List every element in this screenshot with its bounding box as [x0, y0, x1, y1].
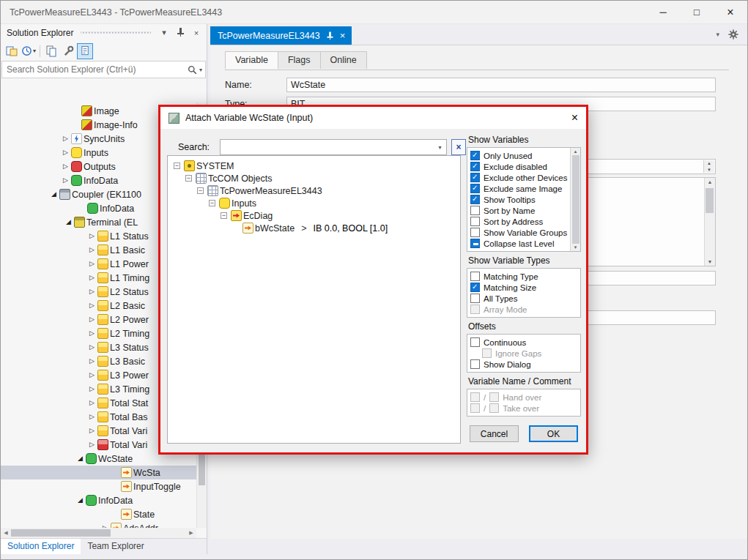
checkbox-box[interactable]	[470, 283, 480, 292]
pending-changes-filter-icon[interactable]: ▾	[21, 43, 37, 59]
checkbox-box[interactable]	[470, 228, 480, 237]
name-field[interactable]	[286, 78, 716, 92]
collapse-arrow-icon[interactable]: ◢	[49, 190, 59, 199]
checkbox-show-variable-groups[interactable]: Show Variable Groups	[470, 227, 569, 238]
properties-icon[interactable]	[60, 43, 76, 59]
clear-search-button[interactable]: ×	[451, 139, 466, 155]
tree-item-inputtoggle[interactable]: ·InputToggle	[1, 479, 196, 493]
checkbox-box[interactable]	[470, 294, 480, 303]
collapse-arrow-icon[interactable]: −	[197, 187, 204, 194]
search-icon[interactable]	[188, 65, 197, 75]
checkbox-matching-size[interactable]: Matching Size	[470, 282, 578, 293]
tree-item-system[interactable]: −SYSTEM	[168, 160, 460, 172]
checkbox-exclude-other-devices[interactable]: Exclude other Devices	[470, 172, 569, 183]
expand-arrow-icon[interactable]: ▷	[87, 273, 97, 283]
checkbox-continuous[interactable]: Continuous	[470, 337, 578, 348]
ok-button[interactable]: OK	[529, 425, 578, 442]
document-list-icon[interactable]: ▾	[716, 31, 719, 38]
expand-arrow-icon[interactable]: ▷	[61, 162, 70, 171]
checkbox-sort-by-name[interactable]: Sort by Name	[470, 205, 569, 216]
checkbox-box[interactable]	[470, 173, 480, 182]
tree-item-infodata[interactable]: ◢InfoData	[1, 493, 196, 507]
expand-arrow-icon[interactable]: ▷	[87, 315, 97, 324]
tree-item-wcsta[interactable]: ·WcSta	[1, 466, 196, 479]
tab-close-icon[interactable]: ×	[340, 30, 346, 41]
expand-arrow-icon[interactable]: ▷	[87, 329, 97, 338]
checkbox-box[interactable]	[470, 337, 480, 347]
scroll-up-icon[interactable]: ▲	[574, 149, 578, 154]
tree-horizontal-scrollbar[interactable]: ◀ ▶	[1, 528, 196, 538]
tree-item-bwcstate[interactable]: ·bWcState>IB 0.0, BOOL [1.0]	[168, 222, 460, 234]
solution-explorer-header[interactable]: Solution Explorer ▾ ×	[1, 24, 207, 41]
spin-down-icon[interactable]: ▼	[704, 167, 714, 173]
group-scrollbar[interactable]: ▲▼	[570, 148, 580, 251]
tree-item-tcpowermeasureel3443[interactable]: −TcPowerMeasureEL3443	[168, 184, 460, 197]
expand-arrow-icon[interactable]: ▷	[87, 301, 97, 310]
expand-arrow-icon[interactable]: ▷	[87, 370, 97, 380]
expand-arrow-icon[interactable]: ▷	[87, 426, 97, 436]
collapse-arrow-icon[interactable]: ◢	[75, 496, 85, 505]
tab-online[interactable]: Online	[320, 51, 367, 69]
minimize-button[interactable]: ─	[646, 1, 680, 23]
checkbox-box[interactable]	[470, 217, 480, 226]
window-position-icon[interactable]: ▾	[158, 28, 170, 37]
tool-tab-solution-explorer[interactable]: Solution Explorer	[1, 539, 81, 554]
search-input[interactable]	[7, 64, 188, 75]
expand-arrow-icon[interactable]: ▷	[87, 343, 97, 352]
checkbox-box[interactable]	[470, 272, 480, 281]
tree-item-tccom-objects[interactable]: −TcCOM Objects	[168, 172, 460, 184]
scrollbar-thumb[interactable]	[11, 529, 111, 537]
preview-selected-items-icon[interactable]	[77, 43, 93, 59]
close-icon[interactable]: ×	[190, 29, 202, 37]
document-tab[interactable]: TcPowerMeasureEL3443 ×	[210, 26, 352, 45]
checkbox-box[interactable]	[470, 184, 480, 193]
search-options-icon[interactable]: ▾	[199, 67, 202, 73]
number-spinner[interactable]: ▲▼	[703, 160, 714, 173]
tree-item-ecdiag[interactable]: −EcDiag	[168, 209, 460, 222]
scroll-right-icon[interactable]: ▶	[186, 530, 196, 536]
collapse-arrow-icon[interactable]: −	[185, 175, 192, 182]
switch-views-icon[interactable]	[4, 43, 20, 59]
collapse-arrow-icon[interactable]: −	[221, 212, 227, 219]
pin-icon[interactable]	[174, 27, 186, 38]
checkbox-matching-type[interactable]: Matching Type	[470, 271, 578, 282]
tree-item-state[interactable]: ·State	[1, 507, 196, 521]
checkbox-collapse-last-level[interactable]: Collapse last Level	[470, 238, 569, 249]
expand-arrow-icon[interactable]: ▷	[87, 398, 97, 408]
collapse-arrow-icon[interactable]: −	[209, 200, 215, 206]
spin-up-icon[interactable]: ▲	[704, 160, 714, 167]
cancel-button[interactable]: Cancel	[470, 425, 519, 442]
dialog-titlebar[interactable]: Attach Variable WcState (Input) ×	[160, 107, 586, 129]
checkbox-exclude-disabled[interactable]: Exclude disabled	[470, 161, 569, 172]
scroll-down-icon[interactable]: ▼	[574, 245, 578, 250]
expand-arrow-icon[interactable]: ▷	[87, 245, 97, 255]
checkbox-box[interactable]	[470, 151, 480, 160]
expand-arrow-icon[interactable]: ▷	[87, 412, 97, 422]
checkbox-show-tooltips[interactable]: Show Tooltips	[470, 194, 569, 205]
expand-arrow-icon[interactable]: ▷	[87, 440, 97, 449]
tab-flags[interactable]: Flags	[278, 51, 321, 69]
expand-arrow-icon[interactable]: ▷	[61, 176, 70, 185]
tree-item-inputs[interactable]: −Inputs	[168, 197, 460, 209]
scrollbar-thumb[interactable]	[706, 188, 714, 213]
scroll-up-icon[interactable]: ▲	[708, 179, 713, 184]
expand-arrow-icon[interactable]: ▷	[87, 259, 97, 269]
gear-icon[interactable]	[728, 29, 738, 40]
tab-pin-icon[interactable]	[326, 31, 333, 40]
collapse-arrow-icon[interactable]: −	[174, 163, 180, 169]
checkbox-box[interactable]	[470, 359, 480, 369]
dialog-close-icon[interactable]: ×	[571, 111, 578, 124]
checkbox-all-types[interactable]: All Types	[470, 293, 578, 304]
checkbox-box[interactable]	[470, 195, 480, 204]
combo-dropdown-icon[interactable]: ▾	[434, 144, 446, 151]
sync-with-active-document-icon[interactable]	[43, 43, 59, 59]
checkbox-box[interactable]	[470, 239, 480, 248]
tab-variable[interactable]: Variable	[225, 51, 278, 69]
dialog-search-input[interactable]	[221, 142, 434, 152]
collapse-arrow-icon[interactable]: ◢	[75, 454, 85, 463]
maximize-button[interactable]: □	[680, 1, 714, 23]
checkbox-only-unused[interactable]: Only Unused	[470, 150, 569, 161]
scroll-left-icon[interactable]: ◀	[1, 530, 11, 536]
expand-arrow-icon[interactable]: ▷	[61, 134, 70, 143]
expand-arrow-icon[interactable]: ▷	[87, 287, 97, 296]
